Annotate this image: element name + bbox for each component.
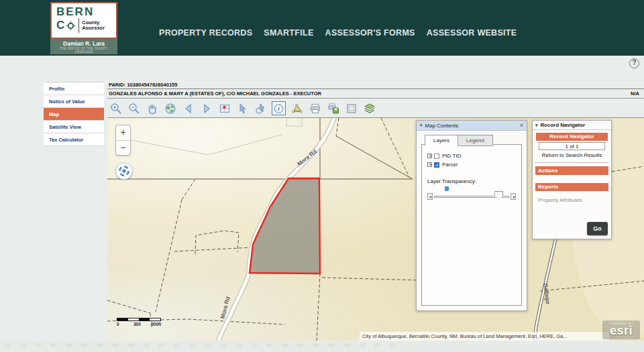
footer-leaf-pattern — [0, 341, 402, 352]
clear-selection-icon[interactable] — [254, 101, 268, 115]
owner-right-value: N/A — [631, 91, 639, 97]
logo-divider — [78, 18, 79, 33]
divider-line — [107, 98, 644, 99]
logo-lower: Damian R. Lara THE OFFICE OF THE COUNTY … — [50, 39, 117, 54]
tab-legend[interactable]: Legend — [458, 135, 493, 146]
site-header: BERN C County Assessor — [0, 0, 644, 56]
scale-0: 0 — [117, 322, 119, 327]
pan-hand-icon[interactable] — [145, 101, 159, 115]
scale-bar: 0 300 600ft — [117, 318, 164, 327]
map-contents-header[interactable]: ▾ Map Contents × — [417, 121, 527, 131]
map-contents-panel: ▾ Map Contents × Layers Legend PID TID — [416, 120, 527, 311]
zoom-in-button[interactable]: + — [116, 125, 130, 140]
zoom-control: + − — [115, 125, 131, 156]
nav-assessors-forms[interactable]: ASSESSOR'S FORMS — [325, 28, 415, 38]
logo-assessor: Assessor — [82, 25, 105, 31]
transparency-slider[interactable] — [427, 193, 516, 200]
previous-extent-icon[interactable] — [181, 101, 195, 115]
close-icon[interactable]: × — [520, 123, 523, 129]
transparency-value-marker — [445, 186, 449, 191]
scale-600: 600ft — [151, 322, 161, 327]
record-position-input[interactable]: 1 of 1 — [539, 142, 605, 150]
bernco-logo[interactable]: BERN C County Assessor — [50, 2, 117, 54]
assessor-name: Damian R. Lara — [50, 40, 117, 47]
esri-logo: POWERED BY esri — [602, 320, 640, 339]
return-to-search-results-link[interactable]: Return to Search Results — [533, 152, 611, 158]
nav-property-records[interactable]: PROPERTY RECORDS — [159, 28, 252, 38]
globe-icon[interactable] — [163, 101, 177, 115]
next-extent-icon[interactable] — [199, 101, 213, 115]
export-map-icon[interactable] — [326, 101, 340, 115]
layer-row-pid-tid: PID TID — [427, 152, 516, 160]
layers-icon[interactable] — [362, 101, 376, 115]
parid-value: 103804547626040155 — [127, 82, 177, 88]
sidebar: Profile Notice of Value Map Satellite Vi… — [44, 82, 104, 146]
slider-right-arrow[interactable] — [511, 193, 516, 200]
sidebar-item-profile[interactable]: Profile — [44, 82, 104, 95]
record-navigator-panel: ▾ Record Navigator Record Navigator 1 of… — [532, 120, 612, 239]
esri-brand: esri — [602, 325, 640, 337]
map-contents-tabs: Layers Legend — [421, 135, 522, 146]
slider-left-arrow[interactable] — [427, 193, 433, 200]
help-icon[interactable]: ? — [629, 58, 639, 68]
record-navigator-header[interactable]: ▾ Record Navigator — [533, 121, 611, 130]
expand-icon[interactable] — [427, 154, 432, 158]
layer-label: Parcel — [442, 162, 458, 168]
nav-smartfile[interactable]: SMARTFILE — [264, 28, 313, 38]
sidebar-item-map[interactable]: Map — [44, 108, 104, 121]
actions-section-header[interactable]: Actions — [535, 166, 608, 175]
identify-info-icon[interactable]: i — [272, 101, 286, 115]
parid-label: PARID: — [109, 82, 125, 88]
sidebar-item-tax-calculator[interactable]: Tax Calculator — [44, 133, 104, 146]
logo-tagline: THE OFFICE OF THE COUNTY ASSESSOR — [50, 47, 117, 54]
layers-tab-content: PID TID Parcel Layer Transparency: — [421, 144, 522, 306]
owner-line: GONZALES ALFONSO & MARY A (ESTATES OF), … — [109, 91, 321, 97]
zoom-out-button[interactable]: − — [116, 140, 130, 155]
print-icon[interactable] — [308, 101, 322, 115]
layer-row-parcel: Parcel — [427, 160, 516, 169]
collapse-arrow-icon[interactable]: ▾ — [420, 123, 423, 128]
map-toolbar: i — [109, 100, 376, 117]
zoom-out-icon[interactable] — [127, 101, 141, 115]
zoom-in-icon[interactable] — [109, 101, 123, 115]
logo-upper: BERN C County Assessor — [50, 2, 117, 39]
scale-300: 300 — [133, 322, 141, 327]
select-pointer-icon[interactable] — [235, 101, 250, 115]
tab-layers[interactable]: Layers — [425, 135, 458, 146]
property-attributes-link[interactable]: Property Attributes — [538, 197, 611, 203]
go-button[interactable]: Go — [587, 222, 608, 235]
parcel-checkbox[interactable] — [434, 162, 439, 168]
record-navigator-banner: Record Navigator — [536, 133, 608, 141]
measure-icon[interactable] — [290, 101, 304, 115]
locate-button[interactable] — [115, 162, 133, 180]
divider-line — [107, 89, 644, 89]
transparency-label: Layer Transparency: — [427, 178, 516, 184]
map-canvas[interactable]: Mora Rd Mora Rd Gallego + − 0 300 600ft — [107, 117, 644, 341]
footer-strip — [0, 341, 644, 352]
pid-tid-checkbox[interactable] — [434, 154, 439, 159]
record-navigator-title: Record Navigator — [541, 122, 586, 128]
expand-icon[interactable] — [427, 162, 432, 167]
sidebar-item-notice-of-value[interactable]: Notice of Value — [44, 95, 104, 108]
sidebar-item-satellite-view[interactable]: Satellite View — [44, 121, 104, 133]
layer-label: PID TID — [442, 153, 461, 159]
logo-word-bern: BERN — [56, 6, 116, 17]
main-nav: PROPERTY RECORDS SMARTFILE ASSESSOR'S FO… — [159, 28, 517, 38]
zia-sun-icon — [66, 21, 76, 31]
parid-line: PARID: 103804547626040155 — [109, 82, 177, 88]
map-attribution: City of Albuquerque, Bernalillo County, … — [360, 332, 609, 341]
assessor-map-page: BERN C County Assessor — [0, 0, 644, 352]
nav-assessor-website[interactable]: ASSESSOR WEBSITE — [427, 28, 517, 38]
map-contents-title: Map Contents — [425, 123, 459, 129]
logo-word-co: C — [56, 19, 65, 32]
overview-map-icon[interactable] — [217, 101, 231, 115]
crosshair-target-icon — [117, 164, 131, 178]
slider-handle[interactable] — [494, 191, 503, 199]
collapse-arrow-icon[interactable]: ▾ — [535, 123, 538, 128]
map-contents-body: Layers Legend PID TID Parcel Layer Trans… — [421, 135, 522, 306]
reports-section-header[interactable]: Reports — [535, 183, 608, 191]
zoom-extent-icon[interactable] — [344, 101, 358, 115]
divider-line — [535, 162, 609, 163]
